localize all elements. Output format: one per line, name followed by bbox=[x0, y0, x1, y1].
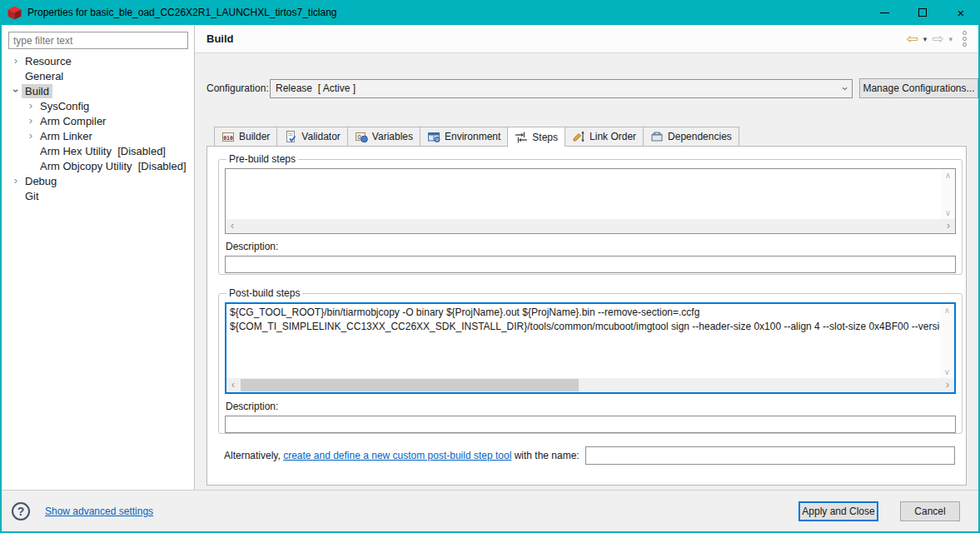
postbuild-steps-group: Post-build steps ${CG_TOOL_ROOT}/bin/tia… bbox=[218, 287, 963, 434]
tree-item-build[interactable]: ›Build bbox=[2, 83, 194, 98]
scroll-right-icon[interactable]: › bbox=[942, 219, 955, 233]
chevron-right-icon[interactable]: › bbox=[10, 53, 22, 68]
tree-item-general[interactable]: ›General bbox=[2, 68, 194, 83]
prebuild-steps-group: Pre-build steps ∧ ∨ ‹ › bbox=[218, 153, 963, 275]
scroll-left-icon[interactable]: ‹ bbox=[226, 219, 239, 233]
tab-variables[interactable]: 0 Variables bbox=[347, 127, 420, 147]
forward-arrow-icon[interactable]: ⇨ bbox=[932, 32, 943, 46]
prebuild-description-label: Description: bbox=[226, 241, 956, 252]
steps-icon bbox=[515, 131, 528, 144]
tab-link-order[interactable]: Link Order bbox=[565, 127, 643, 147]
postbuild-steps-textarea[interactable]: ${CG_TOOL_ROOT}/bin/tiarmobjcopy -O bina… bbox=[225, 302, 956, 394]
alternatively-text: Alternatively, bbox=[224, 450, 283, 461]
titlebar[interactable]: Properties for basic_ble_oad_CC26X2R1_LA… bbox=[0, 0, 980, 25]
postbuild-command-line: ${COM_TI_SIMPLELINK_CC13XX_CC26XX_SDK_IN… bbox=[230, 320, 937, 334]
validator-icon bbox=[284, 130, 297, 143]
link-order-icon bbox=[572, 130, 585, 143]
tree-item-arm-objcopy-utility[interactable]: ›Arm Objcopy Utility [Disabled] bbox=[2, 158, 194, 173]
configuration-select[interactable]: Release [ Active ] › bbox=[270, 79, 853, 98]
tree-item-arm-linker[interactable]: ›Arm Linker bbox=[2, 128, 194, 143]
minimize-button[interactable] bbox=[865, 0, 903, 25]
tree-item-git[interactable]: ›Git bbox=[2, 188, 194, 203]
dialog-footer: ? Show advanced settings Apply and Close… bbox=[2, 490, 978, 531]
tree-item-arm-compiler[interactable]: ›Arm Compiler bbox=[2, 113, 194, 128]
postbuild-description-label: Description: bbox=[226, 401, 956, 412]
back-arrow-icon[interactable]: ⇦ bbox=[906, 32, 918, 46]
minimize-icon bbox=[880, 12, 889, 13]
chevron-down-icon[interactable]: › bbox=[8, 85, 23, 97]
steps-tab-panel: Pre-build steps ∧ ∨ ‹ › bbox=[206, 146, 967, 486]
page-title: Build bbox=[206, 32, 234, 45]
cancel-button[interactable]: Cancel bbox=[900, 501, 960, 521]
page-header: Build ⇦ ▾ ⇨ ▾ bbox=[195, 25, 978, 53]
postbuild-group-label: Post-build steps bbox=[226, 287, 302, 299]
prebuild-steps-textarea[interactable]: ∧ ∨ ‹ › bbox=[225, 168, 956, 234]
properties-tree: ›Resource ›General ›Build ›SysConfig ›Ar… bbox=[2, 53, 194, 203]
close-button[interactable]: × bbox=[942, 0, 980, 25]
build-content: Configuration: Release [ Active ] › Mana… bbox=[195, 53, 978, 490]
close-icon: × bbox=[958, 7, 965, 19]
show-advanced-settings-link[interactable]: Show advanced settings bbox=[45, 506, 153, 517]
svg-text:0: 0 bbox=[357, 134, 361, 141]
custom-tool-name-input[interactable] bbox=[585, 446, 955, 465]
chevron-right-icon[interactable]: › bbox=[25, 98, 37, 113]
tree-item-debug[interactable]: ›Debug bbox=[2, 173, 194, 188]
main-panel: Build ⇦ ▾ ⇨ ▾ Configuration: Release [ A… bbox=[195, 25, 978, 490]
postbuild-description-input[interactable] bbox=[225, 416, 956, 433]
tree-item-sysconfig[interactable]: ›SysConfig bbox=[2, 98, 194, 113]
tab-builder[interactable]: 010 Builder bbox=[214, 127, 276, 147]
configuration-value: Release [ Active ] bbox=[276, 82, 843, 94]
tree-item-arm-hex-utility[interactable]: ›Arm Hex Utility [Disabled] bbox=[2, 143, 194, 158]
tree-item-resource[interactable]: ›Resource bbox=[2, 53, 194, 68]
dependencies-icon bbox=[650, 130, 664, 143]
scroll-left-icon[interactable]: ‹ bbox=[226, 378, 240, 392]
prebuild-group-label: Pre-build steps bbox=[226, 153, 298, 165]
sidebar: ›Resource ›General ›Build ›SysConfig ›Ar… bbox=[2, 25, 195, 490]
properties-dialog: Properties for basic_ble_oad_CC26X2R1_LA… bbox=[0, 0, 980, 533]
tab-environment[interactable]: Environment bbox=[420, 127, 507, 147]
window-title: Properties for basic_ble_oad_CC26X2R1_LA… bbox=[27, 7, 337, 18]
scroll-up-icon[interactable]: ∧ bbox=[940, 304, 954, 316]
chevron-right-icon[interactable]: › bbox=[25, 113, 37, 128]
scroll-down-icon[interactable]: ∨ bbox=[940, 366, 954, 378]
filter-input[interactable] bbox=[8, 32, 188, 49]
prebuild-description-input[interactable] bbox=[225, 256, 956, 273]
scroll-down-icon[interactable]: ∨ bbox=[941, 207, 955, 219]
postbuild-horizontal-scrollbar[interactable]: ‹ › bbox=[226, 378, 954, 392]
create-custom-step-tool-link[interactable]: create and define a new custom post-buil… bbox=[283, 450, 511, 461]
chevron-right-icon[interactable]: › bbox=[25, 128, 37, 143]
chevron-right-icon[interactable]: › bbox=[10, 173, 22, 188]
tab-validator[interactable]: Validator bbox=[276, 127, 346, 147]
combo-chevron-icon: › bbox=[838, 87, 851, 90]
variables-icon: 0 bbox=[355, 130, 368, 143]
configuration-label: Configuration: bbox=[206, 82, 270, 94]
back-history-caret-icon[interactable]: ▾ bbox=[923, 35, 928, 43]
dialog-frame: ›Resource ›General ›Build ›SysConfig ›Ar… bbox=[2, 25, 978, 531]
scrollbar-thumb[interactable] bbox=[241, 379, 579, 391]
environment-icon bbox=[427, 130, 440, 143]
svg-text:010: 010 bbox=[223, 135, 233, 142]
prebuild-horizontal-scrollbar[interactable]: ‹ › bbox=[226, 219, 955, 233]
postbuild-command-line: ${CG_TOOL_ROOT}/bin/tiarmobjcopy -O bina… bbox=[230, 306, 937, 320]
postbuild-vertical-scrollbar[interactable]: ∧ ∨ bbox=[940, 304, 954, 378]
tab-dependencies[interactable]: Dependencies bbox=[643, 127, 739, 147]
with-name-text: with the name: bbox=[511, 450, 579, 461]
ccs-cube-icon bbox=[7, 6, 22, 20]
custom-tool-row: Alternatively, create and define a new c… bbox=[224, 446, 955, 465]
forward-history-caret-icon[interactable]: ▾ bbox=[948, 35, 953, 43]
postbuild-command-text: ${CG_TOOL_ROOT}/bin/tiarmobjcopy -O bina… bbox=[226, 304, 940, 378]
maximize-button[interactable] bbox=[903, 0, 942, 25]
scroll-up-icon[interactable]: ∧ bbox=[941, 169, 955, 182]
help-button[interactable]: ? bbox=[12, 502, 30, 521]
builder-icon: 010 bbox=[221, 130, 235, 143]
apply-and-close-button[interactable]: Apply and Close bbox=[798, 501, 878, 521]
tab-steps[interactable]: Steps bbox=[507, 127, 565, 147]
manage-configurations-button[interactable]: Manage Configurations... bbox=[859, 78, 978, 98]
view-menu-icon[interactable] bbox=[963, 31, 967, 47]
scroll-right-icon[interactable]: › bbox=[941, 378, 954, 392]
prebuild-vertical-scrollbar[interactable]: ∧ ∨ bbox=[941, 169, 955, 219]
prebuild-command-text bbox=[226, 169, 941, 219]
build-tabs: 010 Builder Validator 0 Variables bbox=[214, 127, 739, 147]
maximize-icon bbox=[918, 8, 927, 17]
